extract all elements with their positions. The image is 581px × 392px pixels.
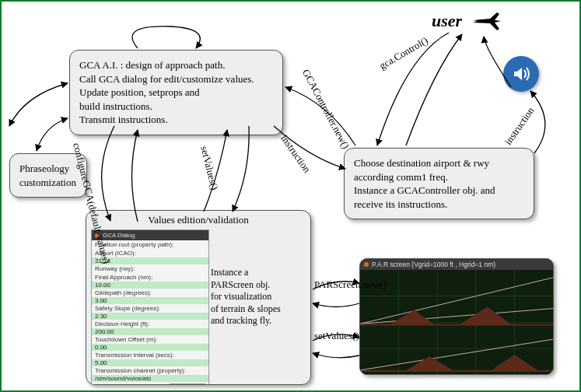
text-line: build instructions. xyxy=(79,100,273,114)
dialog-footer: Start/Stop xyxy=(92,382,208,385)
text-line: PARScreen obj. xyxy=(211,279,304,292)
edge-parscreen-new: PARScreen.new() xyxy=(314,278,387,291)
text-line: Instance a xyxy=(211,267,304,279)
par-title: P.A.R screen (Vgrid=1000 ft , Hgrid=1 nm… xyxy=(372,261,495,268)
par-titlebar: P.A.R screen (Vgrid=1000 ft , Hgrid=1 nm… xyxy=(360,259,553,270)
text-line: Transmit instructions. xyxy=(79,113,273,127)
airplane-icon xyxy=(471,9,502,38)
dialog-value[interactable]: 200.00 xyxy=(92,328,208,335)
edge-setvalues-up: setValues() xyxy=(198,145,220,191)
dialog-label: Transmission channel (property): xyxy=(92,366,208,375)
dialog-titlebar: GCA Dialog xyxy=(92,230,208,240)
dialog-label: Decision Height (ft): xyxy=(92,320,208,328)
values-title: Values edition/validation xyxy=(86,211,310,228)
text-line: Update position, setprops and xyxy=(79,86,273,100)
dialog-value[interactable]: 3.00 xyxy=(92,297,208,304)
text-line: for visualization xyxy=(211,291,304,303)
text-line: Choose destination airport & rwy xyxy=(354,156,524,170)
dialog-label: Glidepath (degrees): xyxy=(92,289,208,297)
text-line: of terrain & slopes xyxy=(211,303,304,316)
edge-setvalues-par: setValues() xyxy=(314,330,359,342)
text-line: and tracking fly. xyxy=(211,315,304,327)
start-stop-button[interactable]: Start/Stop xyxy=(170,383,205,385)
text-line: Instance a GCAController obj. and xyxy=(354,184,524,198)
edge-gca-control: gca.Control() xyxy=(377,34,430,72)
text-line: receive its instructions. xyxy=(354,198,524,212)
dialog-value[interactable]: 0.00 xyxy=(92,344,208,351)
dialog-label: Safety Slope (degrees): xyxy=(92,304,208,313)
edge-gca-controller-new: GCAController.new() xyxy=(299,67,352,151)
dialog-value[interactable]: 5.00 xyxy=(92,359,208,366)
text-line: according comm1 freq. xyxy=(354,170,524,184)
text-line: GCA A.I. : design of approach path. xyxy=(79,58,273,72)
gca-ai-box: GCA A.I. : design of approach path. Call… xyxy=(69,50,283,135)
par-screen: P.A.R screen (Vgrid=1000 ft , Hgrid=1 nm… xyxy=(359,258,554,375)
text-line: Call GCA dialog for edit/customize value… xyxy=(79,72,273,86)
dialog-label: Touchdown Offset (m): xyxy=(92,335,208,344)
dialog-label: Runway (rwy): xyxy=(92,264,208,273)
dialog-label: Position root (property path): xyxy=(92,240,208,249)
destination-box: Choose destination airport & rwy accordi… xyxy=(344,148,534,219)
dialog-value[interactable]: /sim/sound/voice/atc xyxy=(92,375,208,382)
sound-icon xyxy=(503,56,539,92)
dialog-value[interactable]: 10.00 xyxy=(92,282,208,289)
diagram-canvas: user GCA A.I. : design of approach path.… xyxy=(0,0,581,392)
values-side-text: Instance a PARScreen obj. for visualizat… xyxy=(211,267,304,327)
par-body xyxy=(360,270,553,374)
edge-instruction2: instruction xyxy=(502,105,537,148)
dialog-value[interactable]: 2.30 xyxy=(92,313,208,320)
values-panel: Values edition/validation GCA Dialog Pos… xyxy=(86,210,311,385)
dialog-title: GCA Dialog xyxy=(103,232,135,239)
dialog-label: Transmission Interval (secs): xyxy=(92,351,208,359)
window-dot-icon xyxy=(364,262,369,267)
user-label: user xyxy=(432,11,462,31)
edge-instruction1: instruction xyxy=(278,132,313,175)
dialog-label: Final Approach (nm): xyxy=(92,273,208,282)
